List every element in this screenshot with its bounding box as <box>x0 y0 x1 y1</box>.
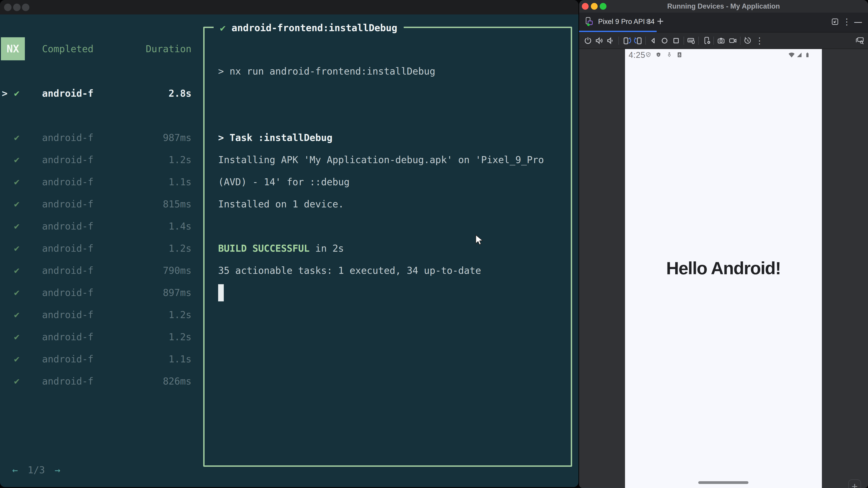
task-row[interactable]: ✔ android-f 1.1s <box>0 354 199 365</box>
window-title: Running Devices - My Application <box>579 0 868 13</box>
hide-panel-icon[interactable]: — <box>853 17 863 27</box>
task-row-active[interactable]: > ✔ android-f 2.8s <box>0 88 199 99</box>
vpn-shield-icon <box>645 51 652 59</box>
toolbar-more-icon[interactable]: ⋮ <box>754 35 765 46</box>
toolbar-separator <box>684 37 684 45</box>
terminal-titlebar[interactable] <box>0 0 579 14</box>
display-options-icon[interactable] <box>855 35 865 46</box>
terminal-line-command: > nx run android-frontend:installDebug <box>218 66 435 77</box>
terminal-window: NX Completed Duration > ✔ android-f 2.8s… <box>0 0 579 487</box>
battery-icon <box>804 51 811 59</box>
task-duration: 815ms <box>0 199 191 210</box>
home-icon[interactable] <box>659 35 670 46</box>
toolbar-separator <box>645 37 646 45</box>
task-row[interactable]: ✔ android-f 1.1s <box>0 176 199 188</box>
cellular-signal-icon <box>796 51 803 59</box>
task-row[interactable]: ✔ android-f 790ms <box>0 265 199 276</box>
task-duration: 790ms <box>0 265 191 276</box>
virtual-device-icon <box>584 17 594 27</box>
terminal-line-install-2: (AVD) - 14' for ::debug <box>218 176 350 188</box>
emulator-toolbar: ⋮ <box>579 32 868 49</box>
screenshot-icon[interactable] <box>716 35 726 46</box>
screen-record-icon[interactable] <box>728 35 738 46</box>
build-successful-text: BUILD SUCCESSFUL <box>218 243 310 254</box>
float-window-icon[interactable] <box>830 17 840 27</box>
task-duration: 1.2s <box>0 154 191 165</box>
task-row[interactable]: ✔ android-f 1.4s <box>0 221 199 232</box>
device-tabbar: Pixel 9 Pro API 34 ✕ + ⋮ — <box>579 13 868 32</box>
volume-down-icon[interactable] <box>605 35 615 46</box>
task-output-title: ✔ android-frontend:installDebug <box>214 21 404 34</box>
task-duration: 1.2s <box>0 243 191 254</box>
terminal-line-summary: 35 actionable tasks: 1 executed, 34 up-t… <box>218 265 481 276</box>
play-protect-shield-icon <box>655 51 662 59</box>
task-row[interactable]: ✔ android-f 1.2s <box>0 309 199 321</box>
task-duration: 826ms <box>0 376 191 387</box>
tab-close-icon[interactable]: ✕ <box>645 13 650 31</box>
task-duration: 987ms <box>0 132 191 143</box>
auto-fill-a-icon <box>676 51 683 59</box>
mouse-cursor <box>475 234 485 247</box>
task-row[interactable]: ✔ android-f 815ms <box>0 199 199 210</box>
toolbar-separator <box>740 37 741 45</box>
page-next-arrow[interactable]: → <box>55 464 60 476</box>
toolbar-separator <box>713 37 714 45</box>
check-icon: ✔ <box>220 22 225 33</box>
task-duration: 897ms <box>0 287 191 298</box>
navigation-handle[interactable] <box>698 481 748 484</box>
tabbar-more-icon[interactable]: ⋮ <box>842 17 852 27</box>
volume-up-icon[interactable] <box>594 35 604 46</box>
back-icon[interactable] <box>648 35 658 46</box>
task-row[interactable]: ✔ android-f 826ms <box>0 376 199 387</box>
terminal-line-build-result: BUILD SUCCESSFUL in 2s <box>218 243 344 254</box>
reset-icon[interactable] <box>743 35 753 46</box>
terminal-caret <box>218 284 224 301</box>
new-tab-button[interactable]: + <box>657 13 664 31</box>
tab-pixel-9-pro[interactable]: Pixel 9 Pro API 34 <box>582 13 655 31</box>
column-header-duration: Duration <box>0 43 191 55</box>
zoom-in-button[interactable]: + <box>849 480 861 488</box>
wifi-icon <box>788 51 795 59</box>
overview-icon[interactable] <box>671 35 681 46</box>
device-settings-icon[interactable] <box>702 35 712 46</box>
hello-android-text: Hello Android! <box>625 258 822 279</box>
terminal-line-install-3: Installed on 1 device. <box>218 199 344 210</box>
task-row[interactable]: ✔ android-f 897ms <box>0 287 199 298</box>
task-duration: 1.4s <box>0 221 191 232</box>
traffic-light-zoom-icon[interactable] <box>22 4 29 11</box>
traffic-light-minimize-icon[interactable] <box>13 4 21 11</box>
task-duration: 1.2s <box>0 309 191 320</box>
task-row[interactable]: ✔ android-f 1.2s <box>0 243 199 254</box>
studio-titlebar[interactable]: Running Devices - My Application <box>579 0 868 13</box>
task-output-title-text: android-frontend:installDebug <box>231 22 397 33</box>
pagination: ← 1/3 → <box>12 464 60 476</box>
zoom-controls: + − 1:1 <box>848 480 861 488</box>
running-devices-window: Running Devices - My Application Pixel 9… <box>579 0 868 488</box>
task-row[interactable]: ✔ android-f 1.2s <box>0 154 199 166</box>
statusbar-clock: 4:25 <box>629 51 645 60</box>
task-duration: 1.2s <box>0 331 191 343</box>
task-duration: 2.8s <box>0 88 191 99</box>
build-time-text: in 2s <box>310 243 344 254</box>
terminal-line-install-1: Installing APK 'My Application-debug.apk… <box>218 154 544 166</box>
task-row[interactable]: ✔ android-f 987ms <box>0 132 199 143</box>
wellbeing-icon <box>666 51 673 59</box>
page-prev-arrow[interactable]: ← <box>12 464 18 476</box>
keyboard-input-icon[interactable] <box>686 35 696 46</box>
task-duration: 1.1s <box>0 176 191 188</box>
task-duration: 1.1s <box>0 354 191 365</box>
page-indicator: 1/3 <box>28 464 45 476</box>
device-display[interactable]: 4:25 <box>625 49 822 488</box>
emulator-panel: 4:25 <box>579 49 868 488</box>
rotate-right-icon[interactable] <box>633 35 643 46</box>
rotate-left-icon[interactable] <box>622 35 632 46</box>
power-icon[interactable] <box>583 35 593 46</box>
task-row[interactable]: ✔ android-f 1.2s <box>0 331 199 343</box>
traffic-light-close-icon[interactable] <box>4 4 11 11</box>
terminal-line-task-header: > Task :installDebug <box>218 132 333 143</box>
toolbar-separator <box>618 37 619 45</box>
toolbar-separator <box>698 37 699 45</box>
desktop: NX Completed Duration > ✔ android-f 2.8s… <box>0 0 868 488</box>
task-output-panel: ✔ android-frontend:installDebug > nx run… <box>203 27 572 467</box>
